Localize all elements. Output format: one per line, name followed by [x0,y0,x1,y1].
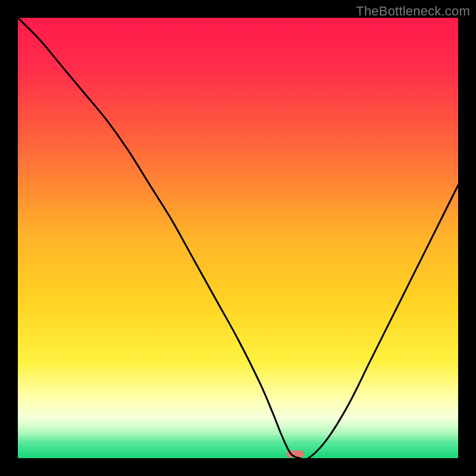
gradient-background [18,18,458,458]
plot-area [18,18,458,458]
bottleneck-chart [18,18,458,458]
watermark-text: TheBottleneck.com [356,4,470,19]
chart-frame: TheBottleneck.com [0,0,476,476]
